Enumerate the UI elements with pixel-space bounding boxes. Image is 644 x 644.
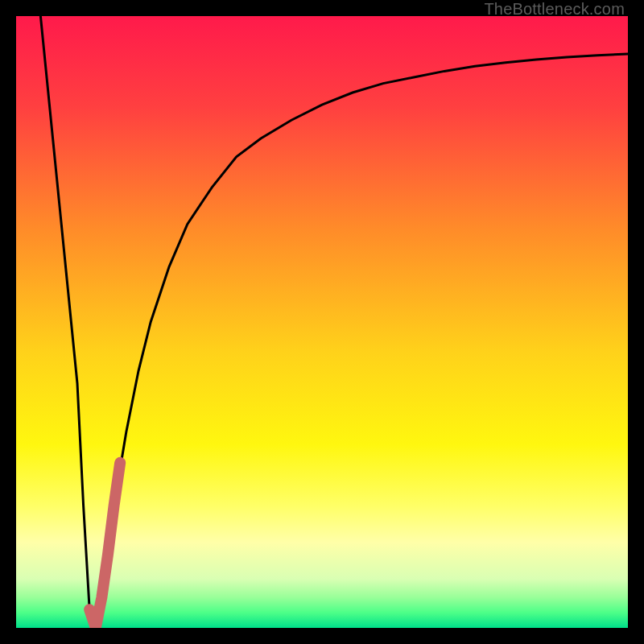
chart-lines (16, 16, 628, 628)
plot-area (16, 16, 628, 628)
bottleneck-curve-line (40, 16, 628, 628)
chart-frame: TheBottleneck.com (0, 0, 644, 644)
watermark-text: TheBottleneck.com (484, 0, 625, 19)
highlight-segment (89, 463, 120, 628)
